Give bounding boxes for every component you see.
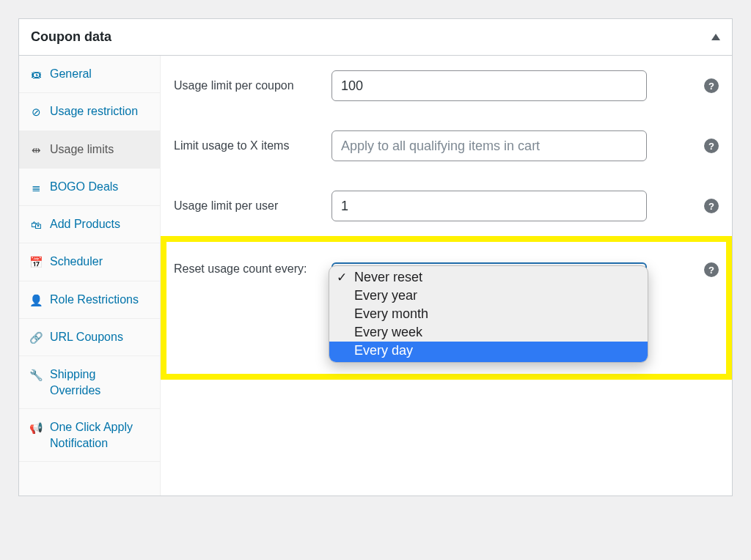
- help-icon[interactable]: ?: [704, 78, 719, 93]
- user-icon: 👤: [29, 293, 43, 308]
- sidebar-item-general[interactable]: 🎟 General: [19, 56, 160, 93]
- sidebar-item-label: Shipping Overrides: [50, 366, 150, 398]
- sidebar-item-label: Usage limits: [50, 141, 150, 158]
- ban-icon: ⊘: [29, 105, 43, 119]
- sidebar-item-label: Scheduler: [50, 254, 150, 270]
- help-icon[interactable]: ?: [704, 262, 719, 277]
- highlight-reset-usage: Reset usage count every: Never reset Eve…: [161, 236, 732, 380]
- panel-title: Coupon data: [31, 29, 111, 45]
- coupon-data-panel: Coupon data 🎟 General ⊘ Usage restrictio…: [18, 18, 733, 496]
- row-usage-limit-per-coupon: Usage limit per coupon ?: [161, 56, 732, 116]
- content-area: Usage limit per coupon ? Limit usage to …: [161, 56, 732, 495]
- help-icon[interactable]: ?: [704, 139, 719, 153]
- dropdown-option-every-month[interactable]: Every month: [329, 305, 648, 323]
- collapse-icon[interactable]: [711, 34, 720, 40]
- usage-limit-per-user-input[interactable]: [331, 191, 647, 221]
- usage-limit-per-coupon-input[interactable]: [331, 70, 647, 101]
- calendar-icon: 📅: [29, 255, 43, 270]
- sidebar-item-label: BOGO Deals: [50, 179, 150, 195]
- panel-body: 🎟 General ⊘ Usage restriction ⇹ Usage li…: [19, 56, 732, 495]
- bullhorn-icon: 📢: [29, 421, 43, 435]
- sidebar-item-label: One Click Apply Notification: [50, 419, 150, 451]
- stack-icon: ≣: [29, 180, 43, 195]
- dropdown-option-every-day[interactable]: Every day: [329, 342, 648, 362]
- sliders-icon: ⇹: [29, 143, 43, 158]
- limit-usage-items-input[interactable]: [331, 130, 647, 161]
- sidebar-item-usage-limits[interactable]: ⇹ Usage limits: [19, 131, 160, 169]
- reset-usage-dropdown: Never reset Every year Every month Every…: [329, 265, 648, 363]
- wrench-icon: 🔧: [29, 368, 43, 383]
- sidebar-item-url-coupons[interactable]: 🔗 URL Coupons: [19, 319, 160, 356]
- row-limit-usage-items: Limit usage to X items ?: [161, 116, 732, 176]
- reset-usage-select-wrap: Never reset Every year Every month Every…: [331, 262, 647, 293]
- sidebar-item-add-products[interactable]: 🛍 Add Products: [19, 206, 160, 243]
- sidebar-item-label: Add Products: [50, 216, 150, 232]
- sidebar-item-label: URL Coupons: [50, 329, 150, 345]
- sidebar: 🎟 General ⊘ Usage restriction ⇹ Usage li…: [19, 56, 161, 495]
- field-label: Reset usage count every:: [174, 262, 317, 276]
- help-icon[interactable]: ?: [704, 199, 719, 213]
- field-label: Limit usage to X items: [174, 139, 317, 152]
- sidebar-item-role-restrictions[interactable]: 👤 Role Restrictions: [19, 281, 160, 319]
- sidebar-item-label: Role Restrictions: [50, 292, 150, 308]
- field-label: Usage limit per user: [174, 199, 317, 213]
- sidebar-item-label: General: [50, 66, 150, 82]
- panel-header[interactable]: Coupon data: [19, 19, 732, 56]
- field-label: Usage limit per coupon: [174, 79, 317, 92]
- ticket-icon: 🎟: [29, 67, 43, 82]
- row-usage-limit-per-user: Usage limit per user ?: [161, 176, 732, 236]
- row-reset-usage: Reset usage count every: Never reset Eve…: [166, 242, 726, 293]
- sidebar-item-shipping-overrides[interactable]: 🔧 Shipping Overrides: [19, 356, 160, 409]
- sidebar-item-scheduler[interactable]: 📅 Scheduler: [19, 243, 160, 281]
- sidebar-item-bogo-deals[interactable]: ≣ BOGO Deals: [19, 169, 160, 206]
- dropdown-option-every-week[interactable]: Every week: [329, 323, 648, 342]
- link-icon: 🔗: [29, 331, 43, 345]
- sidebar-item-usage-restriction[interactable]: ⊘ Usage restriction: [19, 93, 160, 130]
- sidebar-item-one-click-apply[interactable]: 📢 One Click Apply Notification: [19, 409, 160, 462]
- dropdown-option-every-year[interactable]: Every year: [329, 287, 648, 305]
- sidebar-item-label: Usage restriction: [50, 103, 150, 119]
- dropdown-option-never-reset[interactable]: Never reset: [329, 266, 648, 287]
- bag-icon: 🛍: [29, 218, 43, 232]
